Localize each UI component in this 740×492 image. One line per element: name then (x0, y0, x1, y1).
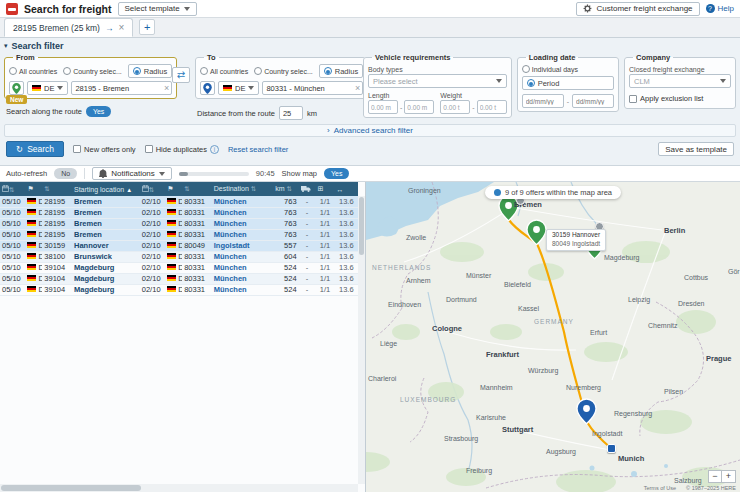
body-types-select[interactable]: Please select (368, 74, 507, 88)
offer-row[interactable]: 05/10DE39104Magdeburg02/10DE80331München… (0, 284, 358, 295)
save-as-template-button[interactable]: Save as template (658, 142, 734, 156)
germany-flag-icon (167, 209, 176, 215)
col-to-postcode[interactable]: ⇅ (182, 182, 212, 196)
col-vehicle[interactable] (299, 182, 316, 196)
offer-row[interactable]: 05/10DE28195Bremen02/10DE80331München763… (0, 196, 358, 207)
from-location-input[interactable] (71, 81, 172, 95)
help-link[interactable]: ? Help (706, 4, 734, 13)
from-fieldset: From All countries Country selec... Radi… (4, 53, 177, 99)
radio-icon (9, 67, 17, 75)
closed-freight-exchange-select[interactable]: CLM (629, 74, 731, 88)
offer-row[interactable]: 05/10DE39104Magdeburg02/10DE80331München… (0, 273, 358, 284)
map-city-label: LUXEMBOURG (400, 396, 456, 403)
select-template-dropdown[interactable]: Select template (118, 2, 197, 16)
auto-refresh-label: Auto-refresh (6, 169, 47, 178)
map-city-label: Karlsruhe (476, 414, 506, 421)
collapse-chevron-icon: ▾ (4, 42, 8, 50)
tab-bremen-search[interactable]: 28195 Bremen (25 km) → × (4, 18, 133, 37)
auto-refresh-toggle[interactable]: No (54, 168, 77, 179)
length-to-input[interactable] (404, 100, 434, 114)
zoom-out-button[interactable]: − (708, 470, 722, 483)
route-distance-row: Distance from the route km (195, 106, 358, 120)
offer-row[interactable]: 05/10DE30159Hannover02/10DE80049Ingolsta… (0, 240, 358, 251)
col-destination[interactable]: Destination ⇅ (212, 182, 273, 196)
col-length[interactable]: ↔ (335, 182, 358, 196)
individual-days-radio[interactable]: Individual days (522, 65, 614, 73)
customer-freight-exchange-button[interactable]: Customer freight exchange (576, 2, 699, 16)
top-header: Search for freight Select template Custo… (0, 0, 740, 18)
show-map-toggle[interactable]: Yes (324, 168, 349, 179)
along-route-toggle[interactable]: Yes (86, 106, 111, 117)
map-city-label: Ingolstadt (592, 430, 622, 437)
reset-search-filter-link[interactable]: Reset search filter (228, 145, 288, 154)
hide-duplicates-checkbox[interactable]: Hide duplicates i (145, 145, 219, 154)
to-country-select[interactable]: DE (218, 81, 259, 95)
from-pin-button[interactable] (9, 81, 24, 95)
to-fieldset: To All countries Country selec... Radius… (195, 53, 368, 99)
to-all-countries-radio[interactable]: All countries (200, 67, 248, 75)
chevron-right-icon: › (327, 126, 330, 135)
company-legend: Company (633, 53, 673, 62)
page-title: Search for freight (24, 3, 112, 15)
munich-destination-marker[interactable] (607, 444, 616, 453)
from-all-countries-radio[interactable]: All countries (9, 67, 57, 75)
offer-row[interactable]: 05/10DE39104Magdeburg02/10DE80331München… (0, 262, 358, 273)
to-column: To All countries Country selec... Radius… (195, 53, 358, 120)
new-offers-only-checkbox[interactable]: New offers only (73, 145, 136, 154)
from-country-radio[interactable]: Country selec... (63, 67, 122, 75)
info-icon[interactable]: i (210, 145, 219, 154)
scrollbar-thumb[interactable] (1, 485, 141, 491)
swap-from-to-button[interactable]: ⇄ (172, 67, 190, 83)
horizontal-scrollbar[interactable] (0, 484, 358, 492)
advanced-search-filter-toggle[interactable]: › Advanced search filter (4, 124, 736, 137)
route-distance-input[interactable] (279, 106, 303, 120)
col-delivery-date[interactable]: ⇅ (140, 182, 165, 196)
gear-icon (583, 4, 592, 13)
col-loading-date[interactable]: ⇅ (0, 182, 25, 196)
col-km[interactable]: km ⇅ (273, 182, 298, 196)
from-country-select[interactable]: DE (27, 81, 68, 95)
scrollbar-thumb[interactable] (359, 197, 364, 255)
chevron-down-icon (159, 172, 165, 176)
search-filter-toggle[interactable]: ▾ Search filter (4, 40, 736, 52)
map-city-label: Strasbourg (444, 435, 478, 442)
clear-from-icon[interactable]: × (164, 83, 169, 93)
offer-row[interactable]: 05/10DE38100Brunswick02/10DE80331München… (0, 251, 358, 262)
checkbox-icon (629, 95, 637, 103)
date-from-input[interactable] (522, 94, 564, 108)
clear-to-icon[interactable]: × (355, 83, 360, 93)
to-location-input[interactable] (262, 81, 363, 95)
weight-to-input[interactable] (477, 100, 507, 114)
period-radio[interactable]: Period (522, 76, 614, 90)
add-tab-button[interactable]: + (139, 19, 155, 35)
offer-row[interactable]: 05/10DE28195Bremen02/10DE80331München763… (0, 218, 358, 229)
terms-of-use-link[interactable]: Terms of Use (644, 485, 676, 491)
notifications-dropdown[interactable]: Notifications (92, 167, 172, 180)
to-pin-button[interactable] (200, 81, 215, 95)
from-column: From All countries Country selec... Radi… (4, 53, 167, 117)
map-city-label: Dortmund (446, 296, 477, 303)
map-pane[interactable]: GroningenBremenBerlinZwolleMagdeburgNETH… (366, 182, 740, 492)
to-radius-radio[interactable]: Radius (319, 64, 363, 78)
to-country-radio[interactable]: Country selec... (254, 67, 313, 75)
from-radius-radio[interactable]: Radius (128, 64, 172, 78)
weight-from-input[interactable] (440, 100, 470, 114)
col-to-country[interactable]: ⚑ (165, 182, 182, 196)
germany-flag-icon (27, 209, 36, 215)
length-from-input[interactable] (368, 100, 398, 114)
col-from-country[interactable]: ⚑ (25, 182, 42, 196)
offer-row[interactable]: 05/10DE28195Bremen02/10DE80331München763… (0, 207, 358, 218)
offer-row[interactable]: 05/10DE28195Bremen02/10DE80331München763… (0, 229, 358, 240)
date-to-input[interactable] (572, 94, 614, 108)
col-from-postcode[interactable]: ⇅ (42, 182, 72, 196)
col-starting-location[interactable]: Starting location ▲ (72, 182, 140, 196)
col-pallets[interactable]: ⊞ (316, 182, 335, 196)
search-actions-row: ↻ Search New offers only Hide duplicates… (4, 141, 736, 157)
germany-flag-icon (167, 264, 176, 270)
search-button[interactable]: ↻ Search (6, 141, 64, 157)
from-legend: From (13, 53, 38, 62)
zoom-in-button[interactable]: + (722, 470, 736, 483)
apply-exclusion-checkbox[interactable]: Apply exclusion list (629, 94, 703, 103)
vertical-scrollbar[interactable] (358, 196, 365, 484)
close-tab-icon[interactable]: × (118, 23, 124, 33)
